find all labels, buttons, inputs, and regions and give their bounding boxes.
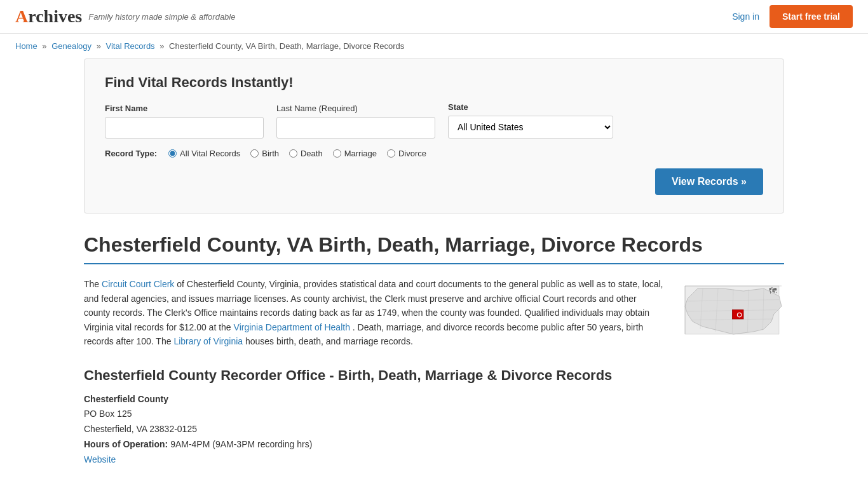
- svg-text:🗺: 🗺: [769, 286, 777, 295]
- contact-address2: Chesterfield, VA 23832-0125: [84, 422, 784, 437]
- vdh-link[interactable]: Virginia Department of Health: [234, 322, 350, 332]
- first-name-label: First Name: [105, 104, 264, 113]
- circuit-court-link[interactable]: Circuit Court Clerk: [102, 279, 174, 289]
- contact-hours: Hours of Operation: 9AM-4PM (9AM-3PM rec…: [84, 437, 784, 452]
- recorder-office-title: Chesterfield County Recorder Office - Bi…: [84, 367, 784, 384]
- va-map-svg: 🗺: [682, 283, 784, 344]
- first-name-input[interactable]: [105, 117, 264, 139]
- radio-birth[interactable]: Birth: [250, 149, 279, 158]
- breadcrumb: Home » Genealogy » Vital Records » Chest…: [0, 34, 868, 58]
- hours-value: 9AM-4PM (9AM-3PM recording hrs): [170, 439, 312, 449]
- sign-in-link[interactable]: Sign in: [732, 11, 759, 22]
- radio-death-input[interactable]: [289, 149, 297, 158]
- last-name-input[interactable]: [276, 117, 435, 139]
- logo-area: Archives Family history made simple & af…: [15, 6, 235, 27]
- state-label: State: [448, 102, 613, 112]
- radio-divorce-input[interactable]: [387, 149, 395, 158]
- breadcrumb-home[interactable]: Home: [15, 41, 37, 51]
- contact-website: Website: [84, 452, 784, 468]
- radio-all-vital-input[interactable]: [168, 149, 177, 158]
- first-name-group: First Name: [105, 104, 264, 139]
- breadcrumb-sep-1: »: [42, 41, 46, 51]
- site-header: Archives Family history made simple & af…: [0, 0, 868, 34]
- breadcrumb-sep-2: »: [97, 41, 101, 51]
- record-type-row: Record Type: All Vital Records Birth Dea…: [105, 149, 763, 158]
- state-group: State All United States: [448, 102, 613, 139]
- main-content: Find Vital Records Instantly! First Name…: [69, 58, 799, 488]
- radio-group: All Vital Records Birth Death Marriage D…: [168, 149, 426, 158]
- last-name-label: Last Name (Required): [276, 104, 435, 113]
- virginia-map: 🗺: [682, 283, 784, 341]
- search-footer: View Records »: [105, 168, 763, 195]
- breadcrumb-genealogy[interactable]: Genealogy: [51, 41, 92, 51]
- radio-divorce[interactable]: Divorce: [387, 149, 426, 158]
- contact-address1: PO Box 125: [84, 407, 784, 422]
- radio-all-vital[interactable]: All Vital Records: [168, 149, 240, 158]
- search-fields: First Name Last Name (Required) State Al…: [105, 102, 763, 139]
- site-logo: Archives: [15, 6, 82, 27]
- body-paragraph: The Circuit Court Clerk of Chesterfield …: [84, 277, 663, 348]
- header-actions: Sign in Start free trial: [732, 5, 853, 28]
- search-title: Find Vital Records Instantly!: [105, 74, 763, 91]
- radio-marriage-input[interactable]: [333, 149, 341, 158]
- radio-death[interactable]: Death: [289, 149, 323, 158]
- view-records-button[interactable]: View Records »: [655, 168, 763, 195]
- last-name-group: Last Name (Required): [276, 104, 435, 139]
- breadcrumb-current: Chesterfield County, VA Birth, Death, Ma…: [169, 41, 404, 51]
- record-type-label: Record Type:: [105, 149, 157, 158]
- content-area: The Circuit Court Clerk of Chesterfield …: [84, 277, 784, 348]
- library-of-virginia-link[interactable]: Library of Virginia: [173, 336, 243, 346]
- start-trial-button[interactable]: Start free trial: [770, 5, 853, 28]
- contact-name: Chesterfield County: [84, 394, 784, 404]
- content-text: The Circuit Court Clerk of Chesterfield …: [84, 277, 663, 348]
- site-tagline: Family history made simple & affordable: [88, 12, 235, 22]
- hours-label: Hours of Operation:: [84, 439, 168, 449]
- contact-info: Chesterfield County PO Box 125 Chesterfi…: [84, 394, 784, 467]
- svg-point-11: [737, 313, 741, 317]
- state-select[interactable]: All United States: [448, 116, 613, 139]
- website-link[interactable]: Website: [84, 454, 116, 464]
- radio-marriage[interactable]: Marriage: [333, 149, 377, 158]
- breadcrumb-sep-3: »: [159, 41, 164, 51]
- radio-birth-input[interactable]: [250, 149, 259, 158]
- page-title: Chesterfield County, VA Birth, Death, Ma…: [84, 233, 784, 264]
- search-box: Find Vital Records Instantly! First Name…: [84, 58, 784, 214]
- breadcrumb-vital-records[interactable]: Vital Records: [106, 41, 155, 51]
